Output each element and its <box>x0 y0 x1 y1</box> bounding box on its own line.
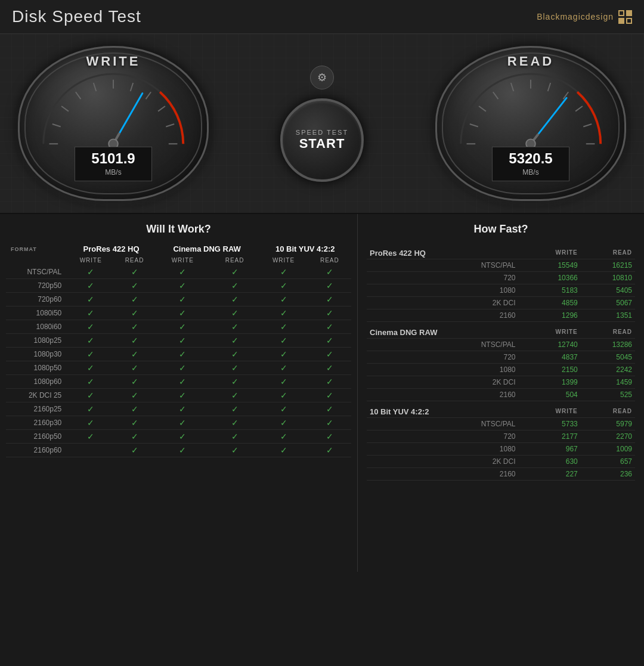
check-cell: ✓ <box>308 430 351 444</box>
fast-row: 720 4837 5045 <box>367 351 635 364</box>
fast-row-label: 2K DCI <box>367 297 521 309</box>
check-icon: ✓ <box>326 349 333 359</box>
check-cell: ✓ <box>210 348 259 361</box>
check-cell: ✓ <box>259 293 308 306</box>
svg-line-1 <box>52 124 61 127</box>
check-cell: ✓ <box>259 348 308 361</box>
format-cell: 1080p25 <box>6 334 67 348</box>
check-cell <box>67 444 114 457</box>
fast-write-val: 1399 <box>521 376 580 389</box>
check-icon: ✓ <box>131 432 138 441</box>
check-cell: ✓ <box>155 279 210 293</box>
svg-line-9 <box>166 124 174 127</box>
fast-write-val: 12740 <box>521 339 580 351</box>
check-cell: ✓ <box>259 320 308 334</box>
check-cell: ✓ <box>114 361 155 375</box>
check-icon: ✓ <box>87 391 94 400</box>
table-row: 1080p50✓✓✓✓✓✓ <box>6 361 351 375</box>
check-cell: ✓ <box>308 293 351 306</box>
fast-row: 2K DCI 630 657 <box>367 456 635 468</box>
check-cell: ✓ <box>67 334 114 348</box>
check-icon: ✓ <box>326 445 333 455</box>
format-cell: 720p50 <box>6 279 67 293</box>
yuv-header: 10 Bit YUV 4:2:2 <box>259 243 351 255</box>
check-icon: ✓ <box>231 336 239 345</box>
svg-line-8 <box>158 106 165 111</box>
settings-button[interactable]: ⚙ <box>310 66 334 89</box>
check-cell: ✓ <box>210 389 259 402</box>
fast-row: NTSC/PAL 12740 13286 <box>367 339 635 351</box>
check-icon: ✓ <box>179 418 186 428</box>
check-cell: ✓ <box>259 279 308 293</box>
check-cell: ✓ <box>308 444 351 457</box>
check-icon: ✓ <box>131 363 138 373</box>
yuv-write-header: WRITE <box>259 255 308 265</box>
check-cell: ✓ <box>114 279 155 293</box>
check-cell: ✓ <box>308 416 351 430</box>
empty-col <box>6 255 67 265</box>
check-icon: ✓ <box>131 404 138 414</box>
how-fast-panel: How Fast? ProRes 422 HQWRITEREAD NTSC/PA… <box>358 214 644 572</box>
brand-sq-4 <box>626 18 632 24</box>
check-icon: ✓ <box>280 432 287 441</box>
check-icon: ✓ <box>326 308 333 318</box>
check-icon: ✓ <box>87 308 94 318</box>
check-icon: ✓ <box>326 281 333 290</box>
check-icon: ✓ <box>179 322 186 332</box>
fast-row: 1080 967 1009 <box>367 443 635 456</box>
fast-write-val: 2177 <box>521 430 580 443</box>
check-icon: ✓ <box>231 308 239 318</box>
check-icon: ✓ <box>179 391 186 400</box>
group-header-row: 10 Bit YUV 4:2:2WRITEREAD <box>367 401 635 418</box>
start-sub-label: SPEED TEST <box>296 129 348 136</box>
check-cell: ✓ <box>67 265 114 279</box>
svg-line-15 <box>470 124 478 127</box>
check-icon: ✓ <box>131 267 138 277</box>
table-row: 720p60✓✓✓✓✓✓ <box>6 293 351 306</box>
check-icon: ✓ <box>280 295 287 304</box>
check-cell: ✓ <box>259 361 308 375</box>
check-cell: ✓ <box>210 279 259 293</box>
check-icon: ✓ <box>87 322 94 332</box>
how-fast-title: How Fast? <box>367 223 635 236</box>
fast-row: NTSC/PAL 5733 5979 <box>367 418 635 430</box>
check-icon: ✓ <box>179 336 186 345</box>
read-value: 5320.5 <box>503 151 558 166</box>
fast-row: NTSC/PAL 15549 16215 <box>367 259 635 272</box>
check-icon: ✓ <box>131 349 138 359</box>
svg-line-20 <box>548 83 551 91</box>
check-icon: ✓ <box>326 322 333 332</box>
write-gauge-face: WRITE 5101.9 MB/s <box>18 46 209 201</box>
read-col-label: READ <box>581 401 635 418</box>
svg-line-23 <box>583 124 592 127</box>
check-icon: ✓ <box>280 418 287 428</box>
check-icon: ✓ <box>280 308 287 318</box>
check-icon: ✓ <box>131 322 138 332</box>
check-cell: ✓ <box>114 416 155 430</box>
check-cell: ✓ <box>155 306 210 320</box>
fast-write-val: 4859 <box>521 297 580 309</box>
how-fast-table: ProRes 422 HQWRITEREAD NTSC/PAL 15549 16… <box>367 243 635 481</box>
check-icon: ✓ <box>280 336 287 345</box>
check-cell: ✓ <box>114 402 155 416</box>
check-icon: ✓ <box>131 336 138 345</box>
check-icon: ✓ <box>280 281 287 290</box>
svg-line-3 <box>76 92 81 99</box>
check-icon: ✓ <box>131 281 138 290</box>
fast-read-val: 5979 <box>581 418 635 430</box>
brand-sq-3 <box>618 18 624 24</box>
check-icon: ✓ <box>131 295 138 304</box>
check-icon: ✓ <box>179 349 186 359</box>
check-icon: ✓ <box>179 377 186 386</box>
check-icon: ✓ <box>87 336 94 345</box>
fast-write-val: 2150 <box>521 364 580 376</box>
read-col-label: READ <box>581 243 635 259</box>
fast-read-val: 525 <box>581 389 635 401</box>
prores-write-header: WRITE <box>67 255 114 265</box>
check-cell: ✓ <box>155 361 210 375</box>
check-cell: ✓ <box>210 444 259 457</box>
start-button[interactable]: SPEED TEST START <box>280 98 364 182</box>
check-cell: ✓ <box>308 279 351 293</box>
fast-row-label: NTSC/PAL <box>367 259 521 272</box>
check-icon: ✓ <box>326 377 333 386</box>
